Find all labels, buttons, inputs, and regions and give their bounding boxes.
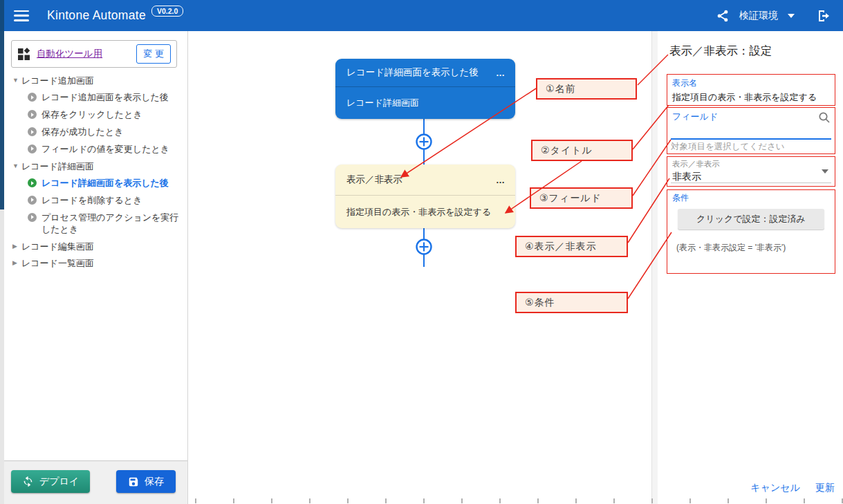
annotation-name: ①名前	[536, 78, 637, 100]
field-search-input[interactable]	[671, 126, 831, 140]
play-circle-icon	[28, 93, 37, 102]
tree-item-label: レコードを削除するとき	[41, 195, 142, 207]
change-app-button[interactable]: 変 更	[136, 44, 171, 64]
share-icon[interactable]	[716, 9, 730, 23]
play-circle-icon	[28, 213, 37, 222]
play-circle-icon	[28, 196, 37, 205]
action-node[interactable]: 表示／非表示 … 指定項目の表示・非表示を設定する	[335, 165, 515, 228]
condition-group: 条件 クリックで設定：設定済み (表示・非表示設定 = '非表示')	[667, 189, 835, 274]
play-circle-icon	[28, 144, 37, 153]
screen-edge-strip	[0, 0, 4, 504]
tree-item[interactable]: 保存をクリックしたとき	[4, 106, 187, 124]
save-button[interactable]: 保存	[116, 470, 176, 493]
tree-item-label: プロセス管理のアクションを実行したとき	[41, 212, 183, 236]
app-title: Kintone Automate	[47, 8, 146, 23]
action-node-title: 表示／非表示	[346, 174, 402, 186]
annotation-title: ②タイトル	[531, 140, 633, 161]
annotation-visibility: ④表示／非表示	[515, 236, 628, 257]
sidebar: 自動化ツール用 変 更 ▼レコード追加画面レコード追加画面を表示した後保存をクリ…	[4, 31, 188, 504]
sync-icon	[22, 476, 34, 487]
action-node-subtitle: 指定項目の表示・非表示を設定する	[335, 196, 515, 228]
ruler-tick	[347, 498, 349, 503]
select-underline	[671, 183, 831, 183]
display-name-group: 表示名 指定項目の表示・非表示を設定する	[667, 74, 835, 106]
app-name-link[interactable]: 自動化ツール用	[37, 48, 102, 60]
tree-section-label: レコード詳細画面	[21, 161, 94, 172]
chevron-down-icon[interactable]	[788, 14, 795, 18]
ruler-tick	[233, 498, 234, 503]
app-tree: ▼レコード追加画面レコード追加画面を表示した後保存をクリックしたとき保存が成功し…	[4, 73, 187, 272]
save-icon	[128, 476, 139, 487]
tree-item[interactable]: レコードを削除するとき	[4, 192, 187, 209]
display-name-value[interactable]: 指定項目の表示・非表示を設定する	[672, 91, 830, 104]
ruler-tick	[271, 498, 272, 503]
tree-item-label: 保存をクリックしたとき	[41, 109, 142, 121]
tree-item-label: フィールドの値を変更したとき	[41, 144, 169, 156]
update-button[interactable]: 更新	[815, 482, 835, 494]
tree-section-label: レコード編集画面	[21, 241, 94, 252]
ruler-tick	[423, 498, 425, 503]
field-helper-text: 対象項目を選択してください	[671, 141, 785, 153]
visibility-select[interactable]: 表示／非表示 非表示	[667, 156, 835, 187]
ruler-tick	[766, 498, 767, 503]
deploy-button-label: デプロイ	[39, 476, 79, 488]
annotation-field: ③フィールド	[530, 187, 633, 209]
trigger-node-subtitle: レコード詳細画面	[335, 87, 515, 119]
panel-title: 表示／非表示：設定	[669, 44, 772, 59]
tree-section-2[interactable]: ▶レコード編集画面	[4, 239, 187, 255]
visibility-label: 表示／非表示	[672, 159, 830, 169]
tree-item-label: レコード追加画面を表示した後	[41, 92, 169, 104]
tree-section-1[interactable]: ▼レコード詳細画面	[4, 158, 187, 175]
tree-item[interactable]: フィールドの値を変更したとき	[4, 141, 187, 158]
tree-section-label: レコード追加画面	[21, 75, 94, 86]
search-icon[interactable]	[818, 111, 831, 127]
field-label: フィールド	[672, 111, 830, 123]
app-header: Kintone Automate V0.2.0 検証環境	[0, 0, 843, 31]
tree-item[interactable]: 保存が成功したとき	[4, 124, 187, 141]
add-node-button[interactable]	[415, 238, 433, 256]
node-menu-button[interactable]: …	[496, 68, 506, 78]
play-circle-icon	[28, 110, 37, 119]
condition-set-button[interactable]: クリックで設定：設定済み	[678, 209, 824, 230]
condition-summary: (表示・非表示設定 = '非表示')	[676, 242, 830, 254]
condition-label: 条件	[672, 192, 830, 204]
tree-item-label: レコード詳細画面を表示した後	[41, 178, 169, 189]
deploy-button[interactable]: デプロイ	[11, 470, 90, 493]
tree-section-0[interactable]: ▼レコード追加画面	[4, 73, 187, 89]
app-blocks-icon	[17, 47, 31, 61]
tree-section-label: レコード一覧画面	[21, 258, 94, 269]
ruler-tick	[499, 498, 501, 503]
ruler-tick	[385, 498, 387, 503]
save-button-label: 保存	[145, 476, 164, 488]
ruler-tick	[651, 498, 653, 503]
field-group: フィールド 対象項目を選択してください	[667, 107, 835, 154]
ruler-tick	[537, 498, 539, 503]
ruler-tick	[195, 498, 196, 503]
tree-item[interactable]: レコード詳細画面を表示した後	[4, 175, 187, 192]
sidebar-footer: デプロイ 保存	[4, 460, 187, 504]
add-node-button[interactable]	[415, 133, 433, 151]
node-menu-button[interactable]: …	[496, 175, 506, 185]
ruler-tick	[461, 498, 463, 503]
annotation-condition: ⑤条件	[515, 292, 628, 313]
tree-item[interactable]: プロセス管理のアクションを実行したとき	[4, 209, 187, 239]
play-circle-icon	[28, 127, 37, 136]
expand-icon: ▶	[12, 259, 21, 267]
ruler-tick	[309, 498, 311, 503]
version-badge: V0.2.0	[151, 6, 183, 17]
trigger-node[interactable]: レコード詳細画面を表示した後 … レコード詳細画面	[335, 59, 515, 119]
display-name-label: 表示名	[672, 77, 830, 89]
ruler-tick	[575, 498, 577, 503]
hamburger-icon[interactable]	[14, 10, 29, 21]
tree-section-3[interactable]: ▶レコード一覧画面	[4, 255, 187, 272]
chevron-down-icon	[822, 169, 828, 174]
tree-item[interactable]: レコード追加画面を表示した後	[4, 89, 187, 106]
expand-icon: ▶	[12, 243, 21, 250]
ruler-tick	[613, 498, 615, 503]
logout-icon[interactable]	[817, 9, 832, 23]
environment-selector[interactable]: 検証環境	[739, 10, 778, 22]
collapse-icon: ▼	[12, 77, 21, 84]
visibility-value: 非表示	[672, 171, 830, 183]
cancel-button[interactable]: キャンセル	[750, 482, 800, 494]
play-circle-icon	[28, 178, 37, 187]
